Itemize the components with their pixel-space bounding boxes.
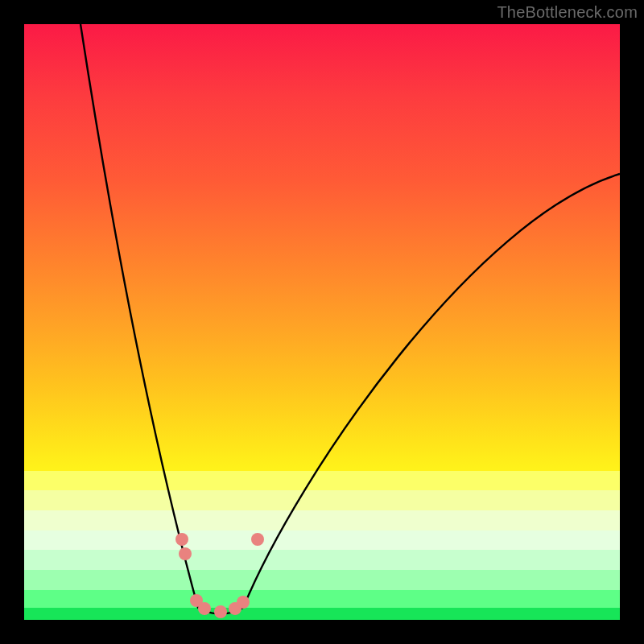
watermark-text: TheBottleneck.com [497,3,638,22]
dot [214,605,227,618]
dot [198,602,211,615]
dot [179,547,192,560]
bottleneck-curve [24,24,620,620]
curve-path [80,24,620,614]
dot [251,533,264,546]
dot [237,596,250,609]
chart-frame [24,24,620,620]
dot [175,533,188,546]
